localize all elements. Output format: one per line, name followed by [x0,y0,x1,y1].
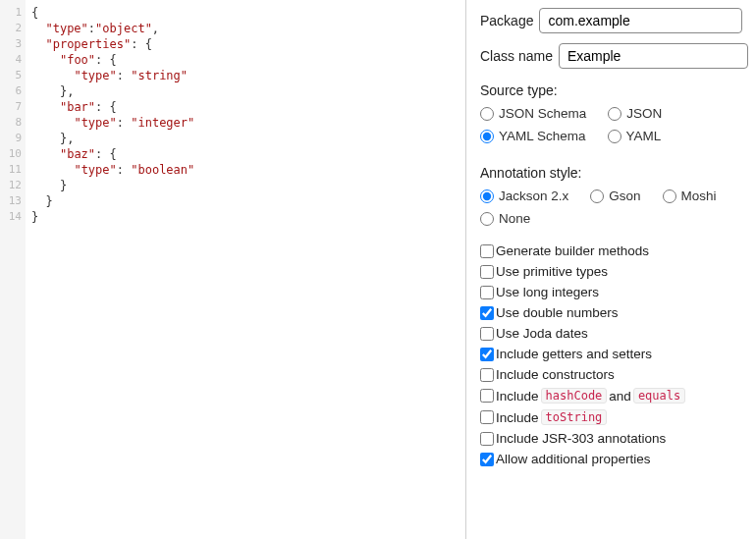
check-text: and [609,389,631,404]
options-checklist: Generate builder methods Use primitive t… [480,243,742,466]
classname-field-row: Class name [480,43,742,69]
check-text: Include [496,389,539,404]
annotation-style-title: Annotation style: [480,165,742,181]
checkbox-include-tostring[interactable] [480,410,494,424]
source-type-option[interactable]: JSON Schema [480,106,586,121]
annotation-style-option-label: Moshi [681,189,717,203]
source-type-option-label: JSON [626,106,662,121]
check-text: Use double numbers [496,305,619,320]
gutter-line-number: 2 [4,21,22,36]
source-type-title: Source type: [480,82,742,98]
gutter-line-number: 4 [4,52,22,68]
gutter-line-number: 3 [4,36,22,52]
annotation-style-radio[interactable] [480,212,494,226]
editor-code[interactable]: { "type":"object", "properties": { "foo"… [26,0,465,539]
annotation-style-option[interactable]: Gson [590,189,640,203]
annotation-style-option-label: None [499,211,530,226]
check-row-include-tostring: Include toString [480,409,742,425]
source-type-radio[interactable] [608,130,621,143]
checkbox-include-getters-and-setters[interactable] [480,348,494,361]
check-text: Allow additional properties [496,452,651,466]
check-text: Include getters and setters [496,347,652,361]
code-pill-tostring: toString [541,409,608,425]
check-text: Use primitive types [496,264,608,279]
annotation-style-option-label: Jackson 2.x [499,189,568,203]
source-type-radio[interactable] [480,130,494,143]
check-label-allow-additional-properties[interactable]: Allow additional properties [480,452,651,466]
source-type-radio[interactable] [480,107,494,121]
check-text: Generate builder methods [496,243,649,258]
check-text: Use long integers [496,285,599,299]
checkbox-include-jsr-303[interactable] [480,432,494,446]
check-label-generate-builder-methods[interactable]: Generate builder methods [480,243,649,258]
check-row-generate-builder-methods: Generate builder methods [480,243,742,258]
code-editor-pane: 1234567891011121314 { "type":"object", "… [0,0,466,539]
check-row-allow-additional-properties: Allow additional properties [480,452,742,466]
gutter-line-number: 5 [4,68,22,83]
annotation-style-radio[interactable] [663,189,676,203]
check-label-use-double-numbers[interactable]: Use double numbers [480,305,619,320]
package-input[interactable] [539,8,742,33]
source-type-option-label: YAML Schema [499,129,586,143]
check-text: Include JSR-303 annotations [496,431,666,446]
check-label-include-hashcode-equals[interactable]: Include hashCode and equals [480,388,685,404]
check-label-use-long-integers[interactable]: Use long integers [480,285,599,299]
annotation-style-radio[interactable] [590,189,604,203]
source-type-option-label: YAML [626,129,662,143]
gutter-line-number: 10 [4,146,22,162]
checkbox-include-constructors[interactable] [480,368,494,382]
annotation-style-option[interactable]: Jackson 2.x [480,189,568,203]
check-label-include-constructors[interactable]: Include constructors [480,367,615,382]
code-pill-hashcode: hashCode [541,388,608,404]
annotation-style-group: Jackson 2.xGsonMoshiNone [480,189,742,234]
source-type-option-label: JSON Schema [499,106,586,121]
source-type-option[interactable]: JSON [608,106,662,121]
checkbox-generate-builder-methods[interactable] [480,244,494,258]
check-row-use-joda-dates: Use Joda dates [480,326,742,341]
check-label-use-primitive-types[interactable]: Use primitive types [480,264,608,279]
checkbox-use-primitive-types[interactable] [480,265,494,279]
gutter-line-number: 12 [4,178,22,193]
check-row-include-jsr-303: Include JSR-303 annotations [480,431,742,446]
source-type-option[interactable]: YAML Schema [480,129,586,143]
package-label: Package [480,13,533,28]
annotation-style-option[interactable]: Moshi [663,189,717,203]
check-row-include-getters-and-setters: Include getters and setters [480,347,742,361]
gutter-line-number: 8 [4,115,22,131]
check-row-use-long-integers: Use long integers [480,285,742,299]
check-row-include-hashcode-equals: Include hashCode and equals [480,388,742,404]
classname-label: Class name [480,48,553,64]
check-label-include-tostring[interactable]: Include toString [480,409,607,425]
gutter-line-number: 1 [4,5,22,21]
source-type-radio[interactable] [608,107,621,121]
gutter-line-number: 7 [4,99,22,115]
checkbox-use-double-numbers[interactable] [480,306,494,320]
annotation-style-option-label: Gson [609,189,640,203]
check-text: Include [496,410,539,425]
checkbox-use-joda-dates[interactable] [480,327,494,341]
check-label-include-jsr-303[interactable]: Include JSR-303 annotations [480,431,666,446]
gutter-line-number: 6 [4,83,22,99]
gutter-line-number: 14 [4,209,22,225]
gutter-line-number: 11 [4,162,22,178]
checkbox-allow-additional-properties[interactable] [480,453,494,466]
gutter-line-number: 9 [4,131,22,146]
check-label-include-getters-and-setters[interactable]: Include getters and setters [480,347,652,361]
source-type-option[interactable]: YAML [608,129,662,143]
checkbox-use-long-integers[interactable] [480,286,494,299]
check-text: Include constructors [496,367,615,382]
classname-input[interactable] [559,43,748,69]
source-type-group: JSON SchemaJSONYAML SchemaYAML [480,106,742,151]
annotation-style-option[interactable]: None [480,211,530,226]
check-label-use-joda-dates[interactable]: Use Joda dates [480,326,588,341]
editor-gutter: 1234567891011121314 [0,0,26,539]
check-row-include-constructors: Include constructors [480,367,742,382]
checkbox-include-hashcode-equals[interactable] [480,389,494,403]
check-text: Use Joda dates [496,326,588,341]
code-pill-equals: equals [633,388,685,404]
annotation-style-radio[interactable] [480,189,494,203]
check-row-use-primitive-types: Use primitive types [480,264,742,279]
gutter-line-number: 13 [4,193,22,209]
package-field-row: Package [480,8,742,33]
check-row-use-double-numbers: Use double numbers [480,305,742,320]
